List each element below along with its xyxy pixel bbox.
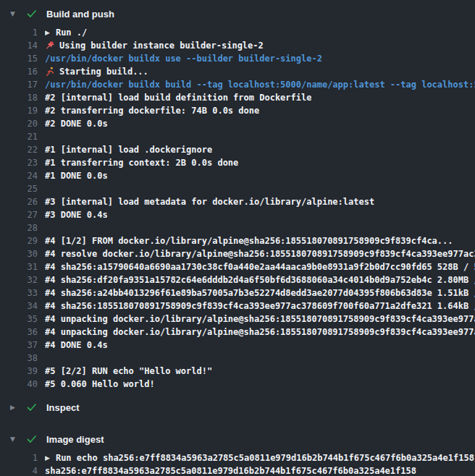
line-number[interactable]: 31: [0, 260, 38, 273]
log-line[interactable]: 22#1 [internal] load .dockerignore: [0, 143, 475, 156]
log-text: #1 transferring context: 2B 0.0s done: [45, 156, 475, 169]
log-line[interactable]: 40#5 0.060 Hello world!: [0, 378, 475, 391]
log-line[interactable]: 39#5 [2/2] RUN echo "Hello world!": [0, 365, 475, 378]
log-text: #5 [2/2] RUN echo "Hello world!": [45, 365, 475, 378]
line-number[interactable]: 28: [0, 221, 38, 234]
log-line[interactable]: 4sha256:e7ff8834a5963a2785c5a0811e979d16…: [0, 464, 475, 476]
section-header-image-digest[interactable]: ▼Image digest: [0, 431, 475, 447]
log-text-value: /usr/bin/docker buildx use --builder bui…: [45, 52, 322, 65]
log-line[interactable]: 36#4 unpacking docker.io/library/alpine@…: [0, 326, 475, 339]
check-icon: [26, 433, 38, 445]
chevron-down-icon[interactable]: ▼: [10, 10, 26, 17]
log-line[interactable]: 38: [0, 352, 475, 365]
line-number[interactable]: 19: [0, 104, 38, 117]
log-text-value: #4 sha256:a24bb4013296f61e89ba57005a7b3e…: [45, 286, 475, 299]
log-text-value: #1 DONE 0.0s: [45, 169, 108, 182]
log-text-value: #4 resolve docker.io/library/alpine@sha2…: [45, 247, 475, 260]
line-number[interactable]: 1: [0, 26, 38, 39]
log-line[interactable]: 33#4 sha256:a24bb4013296f61e89ba57005a7b…: [0, 286, 475, 299]
line-number[interactable]: 22: [0, 143, 38, 156]
log-text: #5 0.060 Hello world!: [45, 378, 475, 391]
group-toggle-icon[interactable]: ▶: [45, 26, 50, 39]
log-line[interactable]: 14Using builder instance builder-single-…: [0, 39, 475, 52]
line-number[interactable]: 29: [0, 234, 38, 247]
line-number[interactable]: 15: [0, 52, 38, 65]
log-text: #4 resolve docker.io/library/alpine@sha2…: [45, 247, 475, 260]
section-header-inspect[interactable]: ▶Inspect: [0, 399, 475, 415]
line-number[interactable]: 24: [0, 169, 38, 182]
log-text: #4 unpacking docker.io/library/alpine@sh…: [45, 313, 475, 326]
log-line[interactable]: 1▶Run echo sha256:e7ff8834a5963a2785c5a0…: [0, 451, 475, 464]
log-line[interactable]: 18#2 [internal] load build definition fr…: [0, 91, 475, 104]
log-text-value: /usr/bin/docker buildx build --tag local…: [45, 78, 475, 91]
line-number[interactable]: 34: [0, 299, 38, 313]
log-line[interactable]: 1▶Run ./: [0, 26, 475, 39]
line-number[interactable]: 25: [0, 182, 38, 195]
line-number[interactable]: 1: [0, 451, 38, 464]
chevron-right-icon[interactable]: ▶: [10, 404, 26, 411]
line-number[interactable]: 16: [0, 65, 38, 78]
log-line[interactable]: 21: [0, 130, 475, 143]
log-line[interactable]: 32#4 sha256:df20fa9351a15782c64e6dddb2d4…: [0, 273, 475, 286]
chevron-down-icon[interactable]: ▼: [10, 435, 26, 443]
log-line[interactable]: 34#4 sha256:185518070891758909c9f839cf4c…: [0, 299, 475, 313]
line-number[interactable]: 40: [0, 378, 38, 391]
log-text: ▶Run ./: [45, 26, 475, 39]
log-text-value: Using builder instance builder-single-2: [59, 39, 264, 52]
log-text-value: #4 sha256:df20fa9351a15782c64e6dddb2d4a6…: [45, 273, 475, 286]
log-line[interactable]: 15/usr/bin/docker buildx use --builder b…: [0, 52, 475, 65]
line-number[interactable]: 33: [0, 286, 38, 299]
line-number[interactable]: 38: [0, 352, 38, 365]
log-text: #3 [internal] load metadata for docker.i…: [45, 195, 475, 208]
log-line[interactable]: 23#1 transferring context: 2B 0.0s done: [0, 156, 475, 169]
line-number[interactable]: 14: [0, 39, 38, 52]
log-line[interactable]: 26#3 [internal] load metadata for docker…: [0, 195, 475, 208]
line-number[interactable]: 36: [0, 326, 38, 339]
log-line[interactable]: 17/usr/bin/docker buildx build --tag loc…: [0, 78, 475, 91]
line-number[interactable]: 26: [0, 195, 38, 208]
log-text: [45, 130, 475, 143]
log-text-value: #2 transferring dockerfile: 74B 0.0s don…: [45, 104, 259, 117]
line-number[interactable]: 35: [0, 313, 38, 326]
log-text: Starting build...: [45, 65, 475, 78]
log-text-value: #5 0.060 Hello world!: [45, 378, 155, 391]
log-text: sha256:e7ff8834a5963a2785c5a0811e979d16b…: [45, 464, 475, 476]
log-text: #2 DONE 0.0s: [45, 117, 475, 130]
log-line[interactable]: 25: [0, 182, 475, 195]
log-line[interactable]: 16Starting build...: [0, 65, 475, 78]
log-line[interactable]: 27#3 DONE 0.4s: [0, 208, 475, 221]
log-text: #4 sha256:a15790640a6690aa1730c38cf0a440…: [45, 260, 475, 273]
section-header-build-and-push[interactable]: ▼Build and push: [0, 6, 475, 22]
log-text-value: #1 transferring context: 2B 0.0s done: [45, 156, 238, 169]
line-number[interactable]: 39: [0, 365, 38, 378]
log-line[interactable]: 24#1 DONE 0.0s: [0, 169, 475, 182]
log-line[interactable]: 19#2 transferring dockerfile: 74B 0.0s d…: [0, 104, 475, 117]
log-line[interactable]: 30#4 resolve docker.io/library/alpine@sh…: [0, 247, 475, 260]
log-line[interactable]: 31#4 sha256:a15790640a6690aa1730c38cf0a4…: [0, 260, 475, 273]
line-number[interactable]: 20: [0, 117, 38, 130]
log-text: #2 [internal] load build definition from…: [45, 91, 475, 104]
line-number[interactable]: 17: [0, 78, 38, 91]
line-number[interactable]: 27: [0, 208, 38, 221]
line-number[interactable]: 21: [0, 130, 38, 143]
log-text: #4 DONE 0.4s: [45, 339, 475, 352]
log-line[interactable]: 20#2 DONE 0.0s: [0, 117, 475, 130]
check-icon: [26, 401, 38, 413]
line-number[interactable]: 23: [0, 156, 38, 169]
log-text: #1 DONE 0.0s: [45, 169, 475, 182]
log-line[interactable]: 35#4 unpacking docker.io/library/alpine@…: [0, 313, 475, 326]
line-number[interactable]: 30: [0, 247, 38, 260]
group-toggle-icon[interactable]: ▶: [45, 451, 50, 464]
log-text-value: Run ./: [56, 26, 87, 39]
line-number[interactable]: 4: [0, 464, 38, 476]
log-line[interactable]: 37#4 DONE 0.4s: [0, 339, 475, 352]
log-text-value: Run echo sha256:e7ff8834a5963a2785c5a081…: [56, 451, 474, 464]
workflow-log-viewer: ▼Build and push1▶Run ./14Using builder i…: [0, 0, 475, 476]
line-number[interactable]: 18: [0, 91, 38, 104]
line-number[interactable]: 37: [0, 339, 38, 352]
section-title: Image digest: [46, 434, 104, 445]
line-number[interactable]: 32: [0, 273, 38, 286]
log-line[interactable]: 28: [0, 221, 475, 234]
log-line[interactable]: 29#4 [1/2] FROM docker.io/library/alpine…: [0, 234, 475, 247]
log-text: [45, 221, 475, 234]
